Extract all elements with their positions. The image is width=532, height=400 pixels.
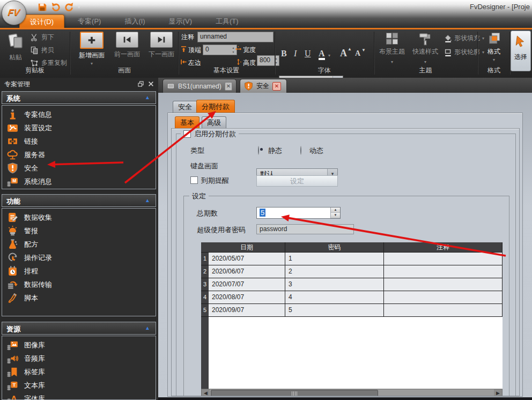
cell-password[interactable]: 1 (285, 253, 384, 265)
static-radio[interactable] (258, 146, 259, 155)
cut-button[interactable]: 剪下 (30, 33, 54, 42)
spin-up-icon[interactable]: ▲ (331, 208, 340, 213)
sidebar-item[interactable]: 标签库 (2, 365, 156, 379)
redo-icon[interactable] (64, 2, 74, 12)
cell-password[interactable]: 5 (285, 304, 384, 316)
table-row[interactable]: 4 2020/08/07 4 (201, 291, 503, 304)
sidebar-item[interactable]: 脚本 (2, 291, 156, 305)
float-panel-icon[interactable] (137, 80, 144, 87)
quick-style-button[interactable]: 快速样式 ▾ (409, 32, 442, 64)
doc-tab-bs1[interactable]: BS1(unnamed) ✕ (162, 79, 237, 93)
ribbon-tab[interactable]: 显示(V) (159, 14, 202, 28)
cell-date[interactable]: 2020/06/07 (209, 265, 285, 278)
cell-date[interactable]: 2020/05/07 (209, 253, 285, 265)
cell-password[interactable]: 2 (285, 265, 384, 278)
close-panel-icon[interactable] (147, 80, 154, 87)
sidebar-item[interactable]: 装置设定 (2, 121, 156, 135)
copy-button[interactable]: 拷贝 (30, 46, 54, 55)
total-periods-spinner[interactable]: 5 ▲ ▼ (256, 207, 341, 219)
due-reminder-checkbox[interactable] (190, 176, 198, 184)
cell-password[interactable]: 4 (285, 291, 384, 303)
sidebar-item[interactable]: M 系统消息 (2, 175, 156, 188)
sidebar-item[interactable]: 操作记录 (2, 251, 156, 264)
close-tab-icon[interactable]: ✕ (272, 82, 281, 91)
cell-note[interactable] (384, 253, 503, 265)
subtab-basic[interactable]: 基本 (175, 116, 200, 129)
scrollbar-thumb[interactable] (211, 390, 378, 396)
cell-note[interactable] (384, 291, 503, 303)
format-button[interactable]: 格式 ▾ (481, 32, 507, 62)
section-header-function[interactable]: 功能 ▲ (2, 194, 156, 207)
underline-button[interactable]: U (305, 49, 311, 58)
column-header-date[interactable]: 日期 (209, 242, 285, 252)
paste-button[interactable]: 粘贴 (3, 32, 28, 65)
cell-date[interactable]: 2020/08/07 (209, 291, 285, 303)
table-row[interactable]: 3 2020/07/07 3 (201, 278, 503, 291)
save-icon[interactable] (38, 2, 47, 12)
table-row[interactable]: 5 2020/09/07 5 (201, 304, 503, 317)
sidebar-item[interactable]: 配方 (2, 238, 156, 251)
sidebar-item[interactable]: 警报 (2, 224, 156, 238)
cell-note[interactable] (384, 278, 503, 291)
column-header-note[interactable]: 注释 (384, 242, 503, 252)
scroll-left-icon[interactable]: ◀ (202, 389, 210, 396)
sidebar-item[interactable]: 数据收集 (2, 211, 156, 224)
shrink-font-button[interactable]: A (355, 49, 360, 58)
sidebar-item[interactable]: 图像库 (2, 338, 156, 352)
sidebar-item[interactable]: T 文本库 (2, 379, 156, 392)
scene-theme-button[interactable]: 布景主题 ▾ (376, 32, 408, 64)
ribbon-tab[interactable]: 工具(T) (205, 14, 249, 28)
collapse-chevron-icon[interactable]: ▲ (145, 325, 150, 331)
section-header-resource[interactable]: 资源 ▲ (2, 322, 156, 335)
cell-note[interactable] (384, 304, 503, 316)
new-screen-dropdown-icon[interactable]: ▾ (75, 61, 108, 66)
app-logo[interactable]: FV (2, 1, 26, 25)
bold-button[interactable]: B (281, 49, 287, 58)
cell-date[interactable]: 2020/07/07 (209, 278, 285, 291)
cell-password[interactable]: 3 (285, 278, 384, 291)
select-tool-button[interactable]: 选择 (511, 31, 531, 71)
italic-button[interactable]: I (294, 49, 297, 58)
width-spinner[interactable]: 800 ▴▾ (257, 55, 279, 66)
tab-installment[interactable]: 分期付款 (196, 100, 235, 113)
super-user-password-field[interactable]: password (256, 224, 354, 234)
close-tab-icon[interactable]: ✕ (225, 82, 232, 91)
font-color-button[interactable]: A (319, 49, 325, 60)
sidebar-item[interactable]: 专案信息 (2, 108, 156, 121)
new-screen-button[interactable]: 新增画面 ▾ (75, 32, 108, 66)
ribbon-tab[interactable]: 专案(P) (68, 14, 111, 28)
grow-font-button[interactable]: A (340, 48, 347, 59)
note-field[interactable]: unnamed (197, 32, 274, 42)
column-header-password[interactable]: 密码 (285, 242, 384, 252)
sidebar-item[interactable]: 音频库 (2, 352, 156, 365)
sidebar-item[interactable]: A 字体库 (2, 392, 156, 400)
ribbon-tab[interactable]: 设计(D) (19, 14, 64, 28)
doc-tab-security[interactable]: 安全 ✕ (240, 79, 287, 93)
next-screen-button[interactable]: 下一画面 (145, 32, 178, 59)
prev-screen-button[interactable]: 前一画面 (110, 32, 144, 59)
tab-security[interactable]: 安全 (173, 101, 197, 113)
dynamic-radio[interactable] (300, 146, 301, 155)
scroll-right-icon[interactable]: ▶ (494, 389, 502, 396)
undo-icon[interactable] (51, 2, 61, 12)
section-header-system[interactable]: 系统 ▲ (2, 91, 156, 104)
sidebar-item[interactable]: 链接 (2, 135, 156, 148)
subtab-advanced[interactable]: 高级 (202, 116, 226, 129)
sidebar-item[interactable]: 数据传输 (2, 278, 156, 291)
table-row[interactable]: 1 2020/05/07 1 (201, 253, 503, 265)
sidebar-item[interactable]: 安全 (2, 161, 156, 175)
quickbar-more-icon[interactable]: ▾ (78, 2, 80, 12)
collapse-chevron-icon[interactable]: ▲ (145, 94, 150, 100)
spin-down-icon[interactable]: ▼ (331, 213, 340, 218)
font-color-dropdown-icon[interactable]: ▾ (328, 53, 330, 58)
reminder-set-button[interactable]: 设定 (256, 175, 338, 187)
cell-date[interactable]: 2020/09/07 (209, 304, 285, 316)
horizontal-scrollbar[interactable]: ◀ ▶ (201, 389, 503, 396)
ribbon-tab[interactable]: 插入(I) (114, 14, 155, 28)
cell-note[interactable] (384, 265, 503, 278)
top-spinner[interactable]: 0 ▴▾ (203, 45, 237, 55)
table-row[interactable]: 2 2020/06/07 2 (201, 265, 503, 278)
sidebar-item[interactable]: 服务器 (2, 148, 156, 161)
enable-installment-checkbox[interactable]: ✓ (183, 130, 191, 138)
collapse-chevron-icon[interactable]: ▲ (145, 197, 150, 203)
